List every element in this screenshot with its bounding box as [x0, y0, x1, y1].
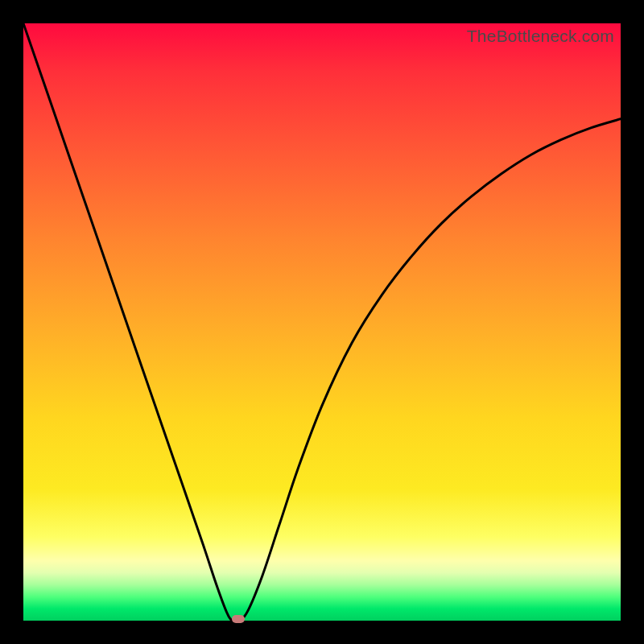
minimum-marker: [232, 615, 245, 623]
bottleneck-curve: [23, 23, 621, 621]
chart-frame: TheBottleneck.com: [0, 0, 644, 644]
plot-area: TheBottleneck.com: [23, 23, 621, 621]
watermark-text: TheBottleneck.com: [467, 27, 614, 46]
